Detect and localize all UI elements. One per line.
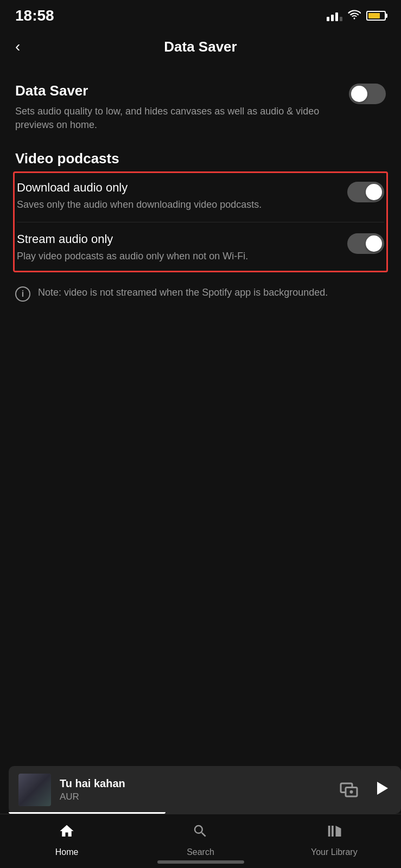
back-button[interactable]: ‹ <box>15 38 20 55</box>
now-playing-bar[interactable]: Tu hai kahan AUR <box>9 766 401 814</box>
video-podcasts-title: Video podcasts <box>15 150 386 167</box>
status-bar: 18:58 <box>0 0 401 29</box>
info-icon: i <box>15 286 30 302</box>
connect-device-icon[interactable] <box>339 780 359 800</box>
nav-search[interactable]: Search <box>157 823 244 857</box>
home-icon <box>59 823 75 843</box>
battery-icon <box>366 11 386 21</box>
bottom-navigation: Home Search Your Library <box>0 814 401 868</box>
status-icons <box>327 10 386 22</box>
data-saver-title: Data Saver <box>15 82 336 99</box>
signal-icon <box>327 10 342 21</box>
download-audio-only-toggle[interactable] <box>347 182 384 202</box>
home-indicator <box>157 860 244 864</box>
video-podcasts-section: Video podcasts Download audio only Saves… <box>15 150 386 272</box>
download-audio-only-row: Download audio only Saves only the audio… <box>17 173 384 219</box>
data-saver-section: Data Saver Sets audio quality to low, an… <box>15 75 386 139</box>
stream-audio-only-toggle[interactable] <box>347 233 384 254</box>
stream-audio-only-description: Play video podcasts as audio only when n… <box>17 250 334 263</box>
library-label: Your Library <box>311 847 358 857</box>
search-label: Search <box>187 847 214 857</box>
status-time: 18:58 <box>15 7 54 24</box>
stream-audio-only-label: Stream audio only <box>17 232 334 246</box>
info-note: i Note: video is not streamed when the S… <box>15 283 386 304</box>
svg-rect-5 <box>332 826 334 837</box>
stream-audio-only-row: Stream audio only Play video podcasts as… <box>17 225 384 271</box>
search-icon <box>192 823 208 843</box>
nav-home[interactable]: Home <box>23 823 110 857</box>
track-name: Tu hai kahan <box>60 777 125 790</box>
library-icon <box>326 823 342 843</box>
svg-point-2 <box>350 790 353 794</box>
track-artist: AUR <box>60 792 125 802</box>
divider <box>17 222 384 222</box>
svg-marker-6 <box>335 826 341 837</box>
svg-rect-4 <box>328 826 330 837</box>
album-art <box>18 774 51 806</box>
download-audio-only-description: Saves only the audio when downloading vi… <box>17 198 334 212</box>
content-area: Data Saver Sets audio quality to low, an… <box>0 64 401 423</box>
header: ‹ Data Saver <box>0 29 401 64</box>
wifi-icon <box>348 10 361 22</box>
page-title: Data Saver <box>164 39 237 55</box>
info-note-text: Note: video is not streamed when the Spo… <box>38 285 328 299</box>
download-audio-only-label: Download audio only <box>17 181 334 195</box>
play-button[interactable] <box>372 778 391 802</box>
data-saver-toggle[interactable] <box>349 84 386 104</box>
highlight-box: Download audio only Saves only the audio… <box>13 171 388 272</box>
data-saver-description: Sets audio quality to low, and hides can… <box>15 105 336 132</box>
svg-marker-3 <box>377 782 388 795</box>
data-saver-row: Data Saver Sets audio quality to low, an… <box>15 75 386 139</box>
nav-library[interactable]: Your Library <box>291 823 378 857</box>
home-label: Home <box>55 847 79 857</box>
